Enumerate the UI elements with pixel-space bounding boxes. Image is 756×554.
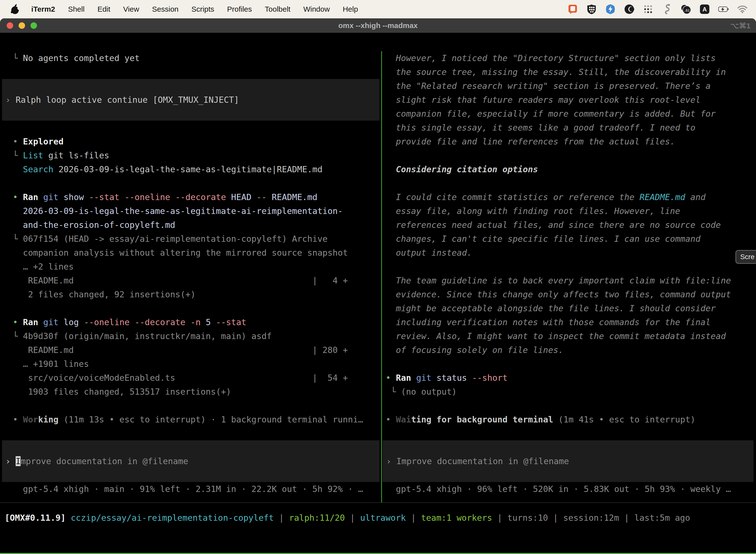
terminal-blank-line — [382, 149, 756, 162]
terminal-line: • Explored — [0, 134, 381, 149]
lightning-badge-icon[interactable] — [605, 4, 616, 14]
coin-badge-label: ..61 — [684, 8, 690, 12]
terminal-line: 2026-03-09-is-legal-the-same-as-legitima… — [0, 204, 381, 218]
dots-grid-icon[interactable] — [643, 4, 653, 14]
terminal-blank-line — [0, 301, 381, 315]
a-key-icon[interactable]: A — [699, 4, 710, 14]
hook-icon[interactable] — [662, 4, 672, 14]
coin-badge-icon[interactable]: ..61 — [681, 4, 691, 14]
wifi-icon[interactable] — [737, 4, 748, 14]
terminal-blank-line — [0, 427, 381, 440]
menu-item-help[interactable]: Help — [343, 5, 358, 13]
terminal-line: slight risk that future readers may over… — [382, 93, 756, 107]
terminal-line: companion analysis without altering the … — [0, 246, 381, 260]
terminal-line: └ (no output) — [382, 385, 756, 399]
menu-item-iterm2[interactable]: iTerm2 — [31, 5, 55, 13]
terminal-line: … +1901 lines — [0, 357, 381, 371]
menu-items: iTerm2ShellEditViewSessionScriptsProfile… — [31, 5, 358, 13]
tmux-status-bar: [omx-cczip0:bash* "MacBook-Pro-44.local"… — [0, 553, 756, 554]
composer-box: › Ralph loop active continue [OMX_TMUX_I… — [2, 79, 379, 121]
menu-item-session[interactable]: Session — [152, 5, 179, 13]
terminal-line: gpt-5.4 xhigh · 96% left · 520K in · 5.8… — [382, 482, 756, 496]
terminal-line: including verification notes with those … — [382, 315, 756, 329]
terminal-line: I could cite commit statistics or refere… — [382, 190, 756, 204]
terminal-line: might be acceptable alongside the file l… — [382, 301, 756, 315]
menu-item-view[interactable]: View — [123, 5, 139, 13]
menu-item-window[interactable]: Window — [303, 5, 330, 13]
macos-menu-bar: iTerm2ShellEditViewSessionScriptsProfile… — [0, 0, 756, 18]
terminal-line: changes, I can't cite specific file line… — [382, 232, 756, 246]
terminal-blank-line — [0, 121, 381, 134]
terminal-blank-line — [0, 65, 381, 79]
left-terminal-pane[interactable]: └ No agents completed yet› Ralph loop ac… — [0, 51, 381, 496]
menu-item-shell[interactable]: Shell — [68, 5, 84, 13]
terminal-line: references need actual files, and since … — [382, 218, 756, 232]
pane-separator — [381, 51, 382, 502]
terminal-area[interactable]: └ No agents completed yet› Ralph loop ac… — [0, 51, 756, 554]
terminal-line: • Working (11m 13s • esc to interrupt) ·… — [0, 412, 381, 427]
terminal-line: └ List git ls-files — [0, 149, 381, 162]
terminal-line: The team guideline is to back every impo… — [382, 274, 756, 287]
terminal-line: the source tree, missing the essay. Stil… — [382, 65, 756, 79]
terminal-blank-line — [382, 176, 756, 190]
menu-item-scripts[interactable]: Scripts — [191, 5, 214, 13]
chat-bubble-icon[interactable] — [567, 4, 578, 14]
terminal-blank-line — [382, 427, 756, 440]
terminal-line: Search 2026-03-09-is-legal-the-same-as-l… — [0, 162, 381, 176]
terminal-blank-line — [382, 260, 756, 274]
terminal-line: └ 067f154 (HEAD -> essay/ai-reimplementa… — [0, 232, 381, 246]
terminal-line: gpt-5.4 xhigh · main · 91% left · 2.31M … — [0, 482, 381, 496]
minimize-button[interactable] — [19, 22, 25, 29]
terminal-line: └ 4b9d30f (origin/main, instructkr/main,… — [0, 329, 381, 343]
right-terminal-pane[interactable]: However, I noticed the "Directory Struct… — [382, 51, 756, 496]
terminal-line: of focusing solely on file lines. — [382, 343, 756, 357]
terminal-line: the "Related research writing" section i… — [382, 79, 756, 93]
composer-box: › Improve documentation in @filename — [383, 440, 754, 482]
terminal-line: • Ran git log --oneline --decorate -n 5 … — [0, 315, 381, 329]
close-button[interactable] — [7, 22, 13, 29]
menu-item-profiles[interactable]: Profiles — [227, 5, 252, 13]
a-key-label: A — [702, 6, 707, 13]
screenshot-overlay-tab[interactable]: Scre — [736, 250, 756, 264]
terminal-line: essay file, along with finding root file… — [382, 204, 756, 218]
battery-charging-icon[interactable] — [718, 4, 729, 14]
window-title: omx --xhigh --madmax — [0, 21, 756, 30]
terminal-line: output instead. — [382, 246, 756, 260]
menu-status-icons: ..61 A — [567, 4, 748, 14]
c-circle-icon[interactable] — [624, 4, 634, 14]
screenshot-overlay-label: Scre — [740, 253, 755, 261]
tab-shortcut-badge: ⌥⌘1 — [731, 18, 751, 33]
terminal-line: 1903 files changed, 513517 insertions(+) — [0, 385, 381, 399]
composer-box: › Improve documentation in @filename — [2, 440, 379, 482]
terminal-line: However, I noticed the "Directory Struct… — [382, 51, 756, 65]
terminal-blank-line — [382, 357, 756, 371]
terminal-line: • Ran git show --stat --oneline --decora… — [0, 190, 381, 204]
terminal-line: └ No agents completed yet — [0, 51, 381, 65]
terminal-blank-line — [0, 176, 381, 190]
omx-status-line: [OMX#0.11.9] cczip/essay/ai-reimplementa… — [0, 511, 756, 525]
menu-item-toolbelt[interactable]: Toolbelt — [265, 5, 291, 13]
terminal-line: this single essay, it seems like a good … — [382, 121, 756, 134]
menu-item-edit[interactable]: Edit — [98, 5, 110, 13]
terminal-line: Considering citation options — [382, 162, 756, 176]
iterm2-window: omx --xhigh --madmax ⌥⌘1 └ No agents com… — [0, 18, 756, 554]
terminal-line: companion file, especially if more comme… — [382, 107, 756, 121]
shield-grid-icon[interactable] — [586, 4, 597, 14]
terminal-blank-line — [0, 399, 381, 412]
terminal-line: README.md | 4 + — [0, 274, 381, 287]
terminal-line: • Ran git status --short — [382, 371, 756, 385]
terminal-line: 2 files changed, 92 insertions(+) — [0, 287, 381, 301]
terminal-line: README.md | 280 + — [0, 343, 381, 357]
terminal-line: provide file and line references from th… — [382, 134, 756, 149]
terminal-blank-line — [382, 399, 756, 412]
zoom-button[interactable] — [30, 22, 37, 29]
terminal-line: review. Also, I might want to inspect th… — [382, 329, 756, 343]
apple-menu-icon[interactable] — [11, 4, 19, 14]
terminal-line: src/voice/voiceModeEnabled.ts | 54 + — [0, 371, 381, 385]
terminal-line: and-the-erosion-of-copyleft.md — [0, 218, 381, 232]
terminal-line: • Waiting for background terminal (1m 41… — [382, 412, 756, 427]
pane-divider-horizontal — [0, 502, 756, 503]
window-titlebar[interactable]: omx --xhigh --madmax ⌥⌘1 — [0, 18, 756, 33]
terminal-line: evidence. Since this change only affects… — [382, 287, 756, 301]
terminal-line: … +2 lines — [0, 260, 381, 274]
